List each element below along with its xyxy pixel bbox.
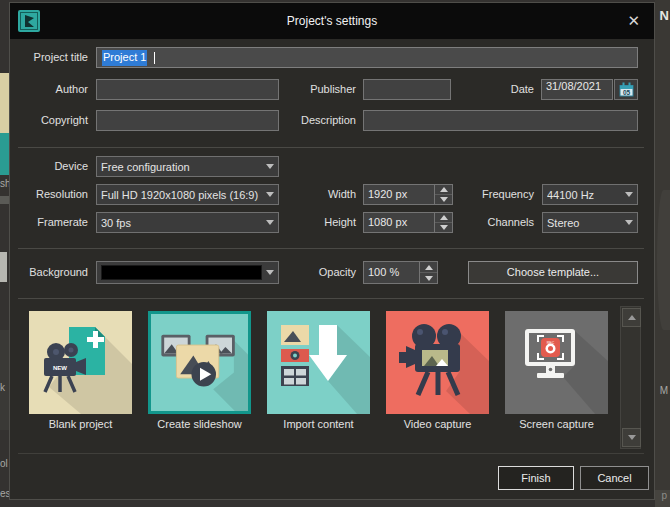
project-title-label: Project title bbox=[10, 47, 88, 68]
chevron-down-icon bbox=[266, 270, 274, 275]
arrow-up-icon bbox=[628, 315, 636, 320]
chevron-down-icon bbox=[625, 220, 633, 225]
project-title-selected-text: Project 1 bbox=[102, 50, 147, 66]
width-stepper[interactable]: 1920 px bbox=[363, 184, 453, 205]
background-app-fragment bbox=[0, 133, 9, 175]
author-input-wrap bbox=[96, 79, 279, 100]
framerate-label: Framerate bbox=[10, 212, 88, 233]
background-app-fragment: M bbox=[660, 385, 668, 396]
background-app-fragment bbox=[0, 252, 7, 282]
chevron-down-icon bbox=[625, 192, 633, 197]
device-label: Device bbox=[10, 156, 88, 177]
device-dropdown[interactable]: Free configuration bbox=[96, 156, 279, 177]
background-app-fragment: k bbox=[0, 382, 5, 393]
choose-template-button[interactable]: Choose template... bbox=[468, 261, 638, 284]
date-value: 31/08/2021 bbox=[541, 79, 613, 100]
framerate-dropdown[interactable]: 30 fps bbox=[96, 212, 279, 233]
template-label: Video capture bbox=[386, 418, 489, 430]
width-value: 1920 px bbox=[364, 185, 434, 204]
import-content-icon bbox=[267, 311, 370, 414]
date-label: Date bbox=[450, 79, 534, 100]
date-picker-button[interactable]: 05 bbox=[614, 79, 638, 100]
template-label: Import content bbox=[267, 418, 370, 430]
background-color-dropdown[interactable] bbox=[96, 261, 279, 284]
template-label: Screen capture bbox=[505, 418, 608, 430]
template-label: Blank project bbox=[29, 418, 132, 430]
project-title-input[interactable]: Project 1 bbox=[96, 47, 638, 68]
channels-label: Channels bbox=[450, 212, 534, 233]
background-app-fragment: N bbox=[660, 8, 669, 23]
dialog-titlebar[interactable]: Project's settings ✕ bbox=[10, 3, 654, 39]
date-field[interactable]: 31/08/2021 bbox=[541, 79, 613, 100]
close-icon[interactable]: ✕ bbox=[627, 3, 640, 39]
screen-capture-icon: REC bbox=[505, 311, 608, 414]
svg-text:NEW: NEW bbox=[53, 365, 67, 371]
template-tile-screen-capture[interactable]: REC bbox=[505, 311, 608, 414]
resolution-dropdown[interactable]: Full HD 1920x1080 pixels (16:9) bbox=[96, 184, 279, 205]
resolution-value: Full HD 1920x1080 pixels (16:9) bbox=[101, 189, 262, 201]
blank-project-icon: NEW bbox=[29, 311, 132, 414]
divider bbox=[18, 248, 644, 249]
background-app-fragment bbox=[0, 196, 9, 204]
resolution-label: Resolution bbox=[10, 184, 88, 205]
background-label: Background bbox=[10, 261, 88, 284]
channels-value: Stereo bbox=[547, 217, 621, 229]
description-input-wrap bbox=[363, 110, 638, 131]
screen: sh k ol es N M p Project's settings ✕ Pr… bbox=[0, 0, 670, 507]
framerate-value: 30 fps bbox=[101, 217, 262, 229]
template-tile-import-content[interactable] bbox=[267, 311, 370, 414]
frequency-label: Frequency bbox=[450, 184, 534, 205]
chevron-down-icon bbox=[266, 220, 274, 225]
author-label: Author bbox=[10, 79, 88, 100]
svg-text:REC: REC bbox=[547, 341, 555, 345]
templates-scrollbar[interactable] bbox=[620, 306, 641, 449]
template-label: Create slideshow bbox=[148, 418, 251, 430]
cancel-button[interactable]: Cancel bbox=[580, 466, 649, 490]
arrow-down-icon bbox=[628, 435, 636, 440]
opacity-up-button[interactable] bbox=[420, 262, 437, 273]
background-app-fragment bbox=[657, 190, 670, 330]
copyright-label: Copyright bbox=[10, 110, 88, 131]
publisher-input-wrap bbox=[363, 79, 451, 100]
project-settings-dialog: Project's settings ✕ Project title Proje… bbox=[9, 2, 655, 500]
template-tile-video-capture[interactable] bbox=[386, 311, 489, 414]
opacity-down-button[interactable] bbox=[420, 273, 437, 283]
description-input[interactable] bbox=[363, 110, 638, 131]
publisher-label: Publisher bbox=[290, 79, 356, 100]
background-color-swatch bbox=[101, 265, 262, 280]
device-value: Free configuration bbox=[101, 161, 262, 173]
height-stepper[interactable]: 1080 px bbox=[363, 212, 453, 233]
opacity-stepper[interactable]: 100 % bbox=[363, 261, 438, 284]
text-caret bbox=[154, 52, 155, 64]
divider bbox=[18, 298, 644, 299]
channels-dropdown[interactable]: Stereo bbox=[542, 212, 638, 233]
video-capture-icon bbox=[386, 311, 489, 414]
chevron-down-icon bbox=[266, 192, 274, 197]
opacity-value: 100 % bbox=[364, 262, 419, 283]
description-label: Description bbox=[290, 110, 356, 131]
divider bbox=[18, 147, 644, 148]
finish-button[interactable]: Finish bbox=[498, 466, 574, 490]
height-label: Height bbox=[290, 212, 356, 233]
template-tile-blank-project[interactable]: NEW bbox=[29, 311, 132, 414]
height-value: 1080 px bbox=[364, 213, 434, 232]
template-tile-create-slideshow[interactable] bbox=[148, 311, 251, 414]
opacity-label: Opacity bbox=[290, 261, 356, 284]
divider bbox=[18, 453, 644, 454]
author-input[interactable] bbox=[96, 79, 279, 100]
svg-text:05: 05 bbox=[622, 89, 630, 96]
scroll-up-button[interactable] bbox=[622, 308, 641, 327]
width-label: Width bbox=[290, 184, 356, 205]
background-app-fragment bbox=[0, 330, 9, 430]
frequency-value: 44100 Hz bbox=[547, 189, 621, 201]
frequency-dropdown[interactable]: 44100 Hz bbox=[542, 184, 638, 205]
copyright-input[interactable] bbox=[96, 110, 279, 131]
background-app-fragment: ol bbox=[0, 458, 8, 469]
background-app-fragment: p bbox=[661, 490, 667, 501]
chevron-down-icon bbox=[266, 164, 274, 169]
scroll-down-button[interactable] bbox=[622, 428, 641, 447]
copyright-input-wrap bbox=[96, 110, 279, 131]
create-slideshow-icon bbox=[151, 314, 248, 411]
publisher-input[interactable] bbox=[363, 79, 451, 100]
calendar-icon: 05 bbox=[619, 82, 634, 97]
